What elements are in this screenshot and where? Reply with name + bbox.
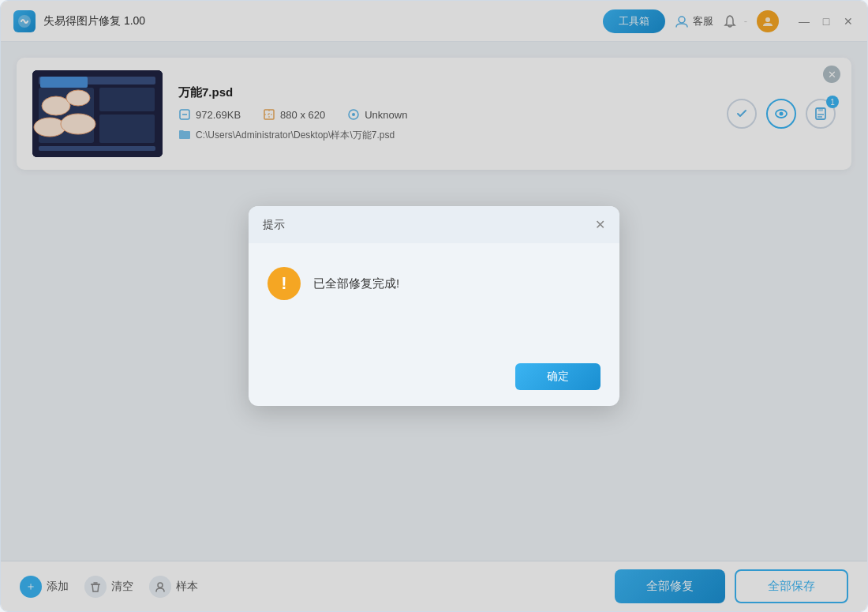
dialog-message: ! 已全部修复完成!: [268, 267, 600, 300]
app-window: 失易得图片修复 1.00 工具箱 客服 -: [0, 0, 868, 612]
dialog-overlay: 提示 ✕ ! 已全部修复完成! 确定: [1, 1, 867, 611]
dialog-footer: 确定: [249, 354, 619, 406]
confirm-button[interactable]: 确定: [515, 363, 600, 390]
alert-icon: !: [268, 267, 301, 300]
dialog-close-button[interactable]: ✕: [595, 217, 605, 232]
dialog-body: ! 已全部修复完成!: [249, 243, 619, 354]
dialog-title: 提示: [263, 218, 285, 232]
dialog-header: 提示 ✕: [249, 206, 619, 243]
dialog-message-text: 已全部修复完成!: [313, 276, 399, 291]
dialog-box: 提示 ✕ ! 已全部修复完成! 确定: [249, 206, 619, 406]
